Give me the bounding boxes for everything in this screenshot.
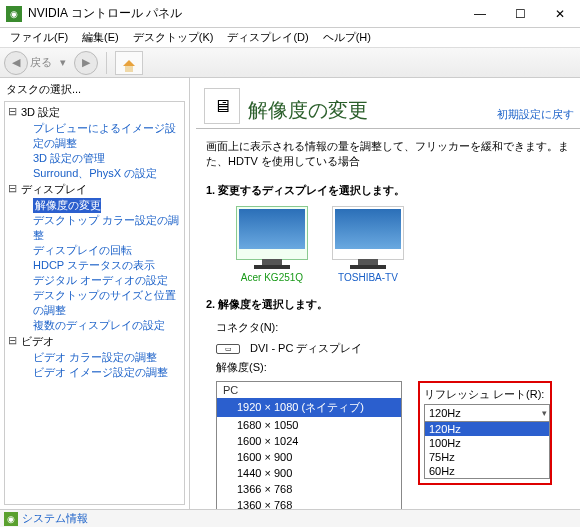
monitor-1-label: Acer KG251Q (241, 272, 303, 283)
main-content: 🖥 解像度の変更 初期設定に戻す 画面上に表示される情報の量を調整して、フリッカ… (190, 78, 580, 509)
menu-display[interactable]: ディスプレイ(D) (221, 30, 314, 45)
sidebar-title: タスクの選択... (0, 78, 189, 101)
tree-3d-settings[interactable]: ⊟3D 設定 (5, 104, 184, 121)
resolution-group: PC (217, 382, 401, 398)
tree-item[interactable]: ビデオ イメージ設定の調整 (5, 365, 184, 380)
sidebar: タスクの選択... ⊟3D 設定 プレビューによるイメージ設定の調整 3D 設定… (0, 78, 190, 509)
statusbar: ◉ システム情報 (0, 509, 580, 527)
menu-help[interactable]: ヘルプ(H) (317, 30, 377, 45)
window-title: NVIDIA コントロール パネル (28, 5, 460, 22)
resolution-item[interactable]: 1920 × 1080 (ネイティブ) (217, 398, 401, 417)
refresh-rate-combo[interactable]: 120Hz (424, 404, 550, 422)
dvi-icon: ▭ (216, 344, 240, 354)
refresh-option[interactable]: 75Hz (425, 450, 549, 464)
tree-display[interactable]: ⊟ディスプレイ (5, 181, 184, 198)
monitor-icon (239, 209, 305, 249)
tree-item[interactable]: デスクトップ カラー設定の調整 (5, 213, 184, 243)
refresh-option[interactable]: 60Hz (425, 464, 549, 478)
section-2-title: 2. 解像度を選択します。 (206, 297, 580, 312)
monitor-icon (335, 209, 401, 249)
resolution-label: 解像度(S): (216, 360, 580, 375)
page-icon: 🖥 (204, 88, 240, 124)
resolution-item[interactable]: 1366 × 768 (217, 481, 401, 497)
menu-edit[interactable]: 編集(E) (76, 30, 125, 45)
tree-item[interactable]: Surround、PhysX の設定 (5, 166, 184, 181)
connector-label: コネクタ(N): (216, 320, 278, 335)
refresh-rate-label: リフレッシュ レート(R): (424, 387, 546, 402)
home-icon (123, 60, 135, 66)
back-history-button[interactable]: ▾ (56, 51, 70, 75)
connector-value: DVI - PC ディスプレイ (250, 341, 362, 356)
task-tree[interactable]: ⊟3D 設定 プレビューによるイメージ設定の調整 3D 設定の管理 Surrou… (4, 101, 185, 505)
back-button[interactable]: ◀ (4, 51, 28, 75)
refresh-option[interactable]: 120Hz (425, 422, 549, 436)
menu-file[interactable]: ファイル(F) (4, 30, 74, 45)
page-title: 解像度の変更 (248, 97, 497, 124)
tree-item[interactable]: HDCP ステータスの表示 (5, 258, 184, 273)
restore-defaults-link[interactable]: 初期設定に戻す (497, 107, 574, 122)
back-label: 戻る (30, 55, 52, 70)
page-description: 画面上に表示される情報の量を調整して、フリッカーを緩和できます。また、HDTV … (206, 139, 574, 169)
menubar: ファイル(F) 編集(E) デスクトップ(K) ディスプレイ(D) ヘルプ(H) (0, 28, 580, 48)
tree-video[interactable]: ⊟ビデオ (5, 333, 184, 350)
monitor-2[interactable]: TOSHIBA-TV (332, 206, 404, 283)
tree-item[interactable]: ビデオ カラー設定の調整 (5, 350, 184, 365)
system-info-icon: ◉ (4, 512, 18, 526)
tree-item[interactable]: 複数のディスプレイの設定 (5, 318, 184, 333)
nav-separator (106, 52, 107, 74)
tree-item[interactable]: デスクトップのサイズと位置の調整 (5, 288, 184, 318)
forward-button[interactable]: ▶ (74, 51, 98, 75)
home-button[interactable] (115, 51, 143, 75)
tree-item[interactable]: プレビューによるイメージ設定の調整 (5, 121, 184, 151)
section-1-title: 1. 変更するディスプレイを選択します。 (206, 183, 580, 198)
refresh-rate-dropdown[interactable]: 120Hz 100Hz 75Hz 60Hz (424, 421, 550, 479)
system-info-link[interactable]: システム情報 (22, 511, 88, 526)
refresh-rate-highlight: リフレッシュ レート(R): 120Hz 120Hz 100Hz 75Hz 60… (418, 381, 552, 485)
minimize-button[interactable]: — (460, 0, 500, 28)
close-button[interactable]: ✕ (540, 0, 580, 28)
monitor-2-label: TOSHIBA-TV (338, 272, 398, 283)
titlebar: ◉ NVIDIA コントロール パネル — ☐ ✕ (0, 0, 580, 28)
resolution-item[interactable]: 1600 × 900 (217, 449, 401, 465)
tree-item[interactable]: ディスプレイの回転 (5, 243, 184, 258)
tree-item-selected[interactable]: 解像度の変更 (33, 198, 101, 213)
nvidia-icon: ◉ (6, 6, 22, 22)
resolution-item[interactable]: 1440 × 900 (217, 465, 401, 481)
monitor-1[interactable]: Acer KG251Q (236, 206, 308, 283)
refresh-option[interactable]: 100Hz (425, 436, 549, 450)
menu-desktop[interactable]: デスクトップ(K) (127, 30, 220, 45)
resolution-item[interactable]: 1600 × 1024 (217, 433, 401, 449)
tree-item[interactable]: デジタル オーディオの設定 (5, 273, 184, 288)
resolution-listbox[interactable]: PC 1920 × 1080 (ネイティブ) 1680 × 1050 1600 … (216, 381, 402, 509)
navbar: ◀ 戻る ▾ ▶ (0, 48, 580, 78)
maximize-button[interactable]: ☐ (500, 0, 540, 28)
resolution-item[interactable]: 1680 × 1050 (217, 417, 401, 433)
tree-item[interactable]: 3D 設定の管理 (5, 151, 184, 166)
resolution-item[interactable]: 1360 × 768 (217, 497, 401, 509)
